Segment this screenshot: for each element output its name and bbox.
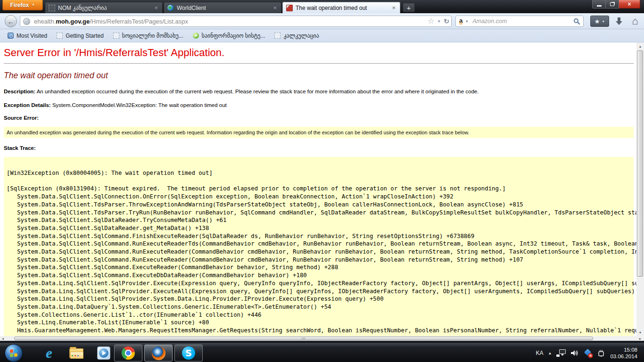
- description-line: Description: An unhandled exception occu…: [4, 89, 636, 94]
- description-text: An unhandled exception occurred during t…: [35, 89, 479, 94]
- network-icon[interactable]: [556, 349, 566, 357]
- tab-title: The wait operation timed out: [296, 5, 388, 11]
- firefox-icon: [152, 346, 165, 360]
- safely-remove-hardware-icon[interactable]: [597, 349, 605, 357]
- download-arrow-icon: [614, 16, 624, 26]
- windows-logo-icon: [10, 349, 17, 357]
- bookmark-getting-started[interactable]: Getting Started: [53, 31, 107, 41]
- bookmark-star-icon[interactable]: ☆: [428, 17, 434, 25]
- source-error-label: Source Error:: [4, 115, 636, 121]
- amazon-engine-icon[interactable]: a: [459, 18, 463, 25]
- volume-icon[interactable]: [570, 349, 579, 357]
- start-button[interactable]: [5, 344, 23, 362]
- tab-wait-operation-timed-out[interactable]: The wait operation timed out ×: [282, 2, 400, 13]
- clock[interactable]: 15:08 03.06.2014: [610, 346, 639, 360]
- media-player-icon: [97, 346, 110, 360]
- minimize-button[interactable]: [592, 0, 606, 8]
- close-button[interactable]: ×: [619, 0, 640, 8]
- horizontal-scrollbar[interactable]: ◄ ►: [0, 336, 644, 341]
- search-input[interactable]: Amazon.com: [472, 18, 573, 25]
- tab-title: NOM კანცელარია: [58, 5, 150, 11]
- url-prefix: ehealth.: [34, 18, 56, 25]
- back-arrow-icon: ←: [8, 17, 15, 25]
- search-engine-dropdown-icon[interactable]: ▼: [465, 19, 469, 24]
- most-visited-icon: [8, 33, 14, 39]
- stack-trace-label: Stack Trace:: [4, 145, 636, 151]
- bookmark-most-visited[interactable]: Most Visited: [4, 31, 51, 41]
- firefox-taskbar-button[interactable]: [144, 345, 173, 362]
- show-bookmarks-button[interactable]: ★ ▼: [590, 16, 609, 27]
- error-badge-icon: ×: [588, 353, 593, 358]
- page-title: Server Error in '/Hmis/ReferralsTest' Ap…: [4, 47, 636, 59]
- restore-button[interactable]: [606, 0, 619, 8]
- restore-icon: [610, 2, 614, 6]
- vertical-scrollbar[interactable]: ▲ ▼: [636, 42, 644, 336]
- language-indicator[interactable]: KA: [536, 350, 544, 356]
- worldclient-globe-icon: [167, 5, 174, 11]
- chrome-taskbar-button[interactable]: [114, 345, 142, 362]
- scroll-up-icon[interactable]: ▲: [636, 42, 644, 50]
- stack-trace-box: [Win32Exception (0x80004005): The wait o…: [4, 157, 634, 336]
- browser-titlebar: Firefox ▼ NOM კანცელარია × WorldClient ×…: [0, 0, 644, 13]
- exception-text: System.ComponentModel.Win32Exception: Th…: [51, 102, 227, 108]
- page-viewport: Server Error in '/Hmis/ReferralsTest' Ap…: [0, 42, 644, 336]
- missing-favicon-icon: [274, 33, 281, 39]
- windows-explorer-button[interactable]: [69, 346, 84, 361]
- missing-favicon-icon: [113, 33, 119, 39]
- firefox-menu-button[interactable]: Firefox ▼: [2, 0, 43, 10]
- close-icon: ×: [627, 1, 631, 8]
- tab-close-icon[interactable]: ×: [153, 5, 159, 11]
- url-bar[interactable]: ehealth.moh.gov.ge/Hmis/ReferralsTest/Pa…: [20, 16, 452, 27]
- internet-explorer-button[interactable]: e: [41, 346, 57, 361]
- back-button[interactable]: ←: [5, 15, 17, 27]
- url-text[interactable]: ehealth.moh.gov.ge/Hmis/ReferralsTest/Pa…: [34, 18, 428, 25]
- bookmark-social-services[interactable]: სოციალური მომსახუ...: [109, 31, 187, 41]
- scroll-right-icon[interactable]: ►: [637, 337, 643, 340]
- search-icon[interactable]: [573, 18, 580, 25]
- bookmarks-star-icon: ★: [594, 18, 600, 25]
- bookmark-label: Most Visited: [17, 33, 47, 39]
- new-tab-button[interactable]: +: [403, 3, 415, 12]
- url-domain: moh.gov.ge: [56, 18, 90, 25]
- tab-close-icon[interactable]: ×: [391, 5, 396, 11]
- vertical-scrollbar-thumb[interactable]: [637, 50, 643, 277]
- tab-close-icon[interactable]: ×: [272, 5, 278, 11]
- scroll-left-icon[interactable]: ◄: [0, 337, 6, 340]
- bookmark-information-system[interactable]: საინფორმაციო სისტე...: [189, 31, 269, 41]
- tray-expand-icon[interactable]: ▲: [548, 351, 552, 355]
- skype-taskbar-button[interactable]: S: [174, 345, 203, 362]
- clock-date: 03.06.2014: [610, 353, 637, 360]
- tab-strip: NOM კანცელარია × WorldClient × The wait …: [45, 1, 415, 13]
- green-site-icon: [193, 33, 199, 39]
- exception-details-line: Exception Details: System.ComponentModel…: [4, 102, 636, 108]
- dropbox-error-icon[interactable]: ×: [584, 349, 592, 357]
- url-path: /Hmis/ReferralsTest/Pages/List.aspx: [90, 18, 188, 25]
- georgia-emblem-favicon-icon: [286, 5, 293, 11]
- minimize-icon: [597, 5, 602, 7]
- chevron-down-icon: ▼: [32, 3, 35, 7]
- tab-nom-kancelaria[interactable]: NOM კანცელარია ×: [45, 2, 163, 13]
- urlbar-actions: ☆ ▼ ↻: [428, 17, 449, 25]
- firefox-menu-label: Firefox: [10, 2, 29, 8]
- chrome-icon: [122, 346, 135, 360]
- url-dropdown-icon[interactable]: ▼: [437, 19, 441, 24]
- media-player-button[interactable]: [96, 346, 111, 361]
- scroll-down-icon[interactable]: ▼: [636, 329, 644, 336]
- search-bar[interactable]: a ▼ Amazon.com: [455, 16, 584, 27]
- site-globe-icon: [23, 18, 30, 25]
- source-error-box: An unhandled exception was generated dur…: [4, 127, 634, 138]
- bookmarks-toolbar: Most Visited Getting Started სოციალური მ…: [0, 29, 644, 42]
- bookmarks-dropdown-icon: ▼: [602, 20, 605, 23]
- horizontal-scrollbar-thumb[interactable]: [14, 337, 593, 340]
- downloads-button[interactable]: [613, 16, 625, 27]
- exception-label: Exception Details:: [4, 102, 51, 108]
- bookmark-calculation[interactable]: კალკულაცია: [271, 31, 322, 41]
- folder-icon: [69, 348, 83, 358]
- scrollbar-grip: [302, 337, 305, 339]
- internet-explorer-icon: e: [46, 345, 52, 361]
- divider: [4, 63, 634, 64]
- home-button[interactable]: ⌂: [629, 16, 641, 27]
- bookmark-label: Getting Started: [66, 33, 104, 39]
- tab-worldclient[interactable]: WorldClient ×: [164, 2, 281, 13]
- reload-icon[interactable]: ↻: [444, 17, 449, 25]
